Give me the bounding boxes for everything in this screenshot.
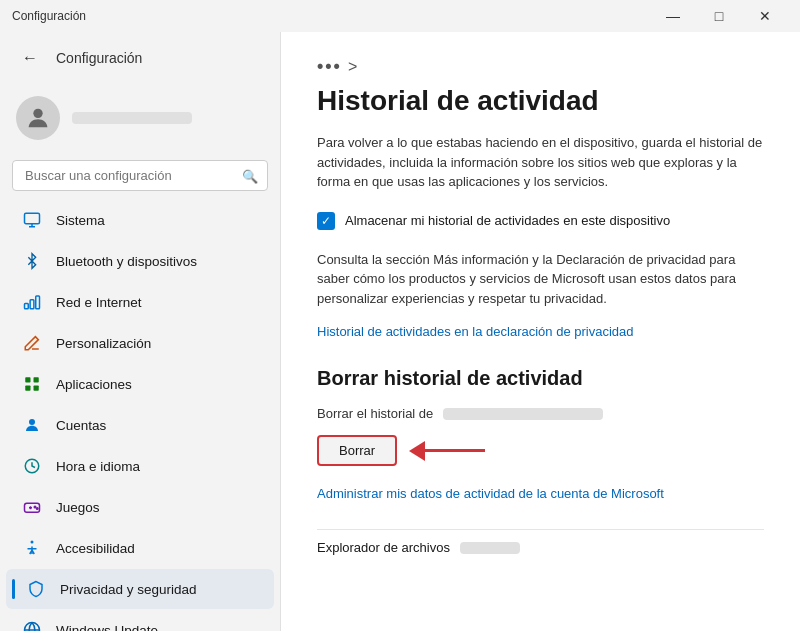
- explorer-bar-placeholder: [460, 542, 520, 554]
- personalizacion-icon: [22, 333, 42, 353]
- privacidad-icon: [26, 579, 46, 599]
- juegos-icon: [22, 497, 42, 517]
- description-text: Para volver a lo que estabas haciendo en…: [317, 133, 764, 192]
- sidebar-item-label: Red e Internet: [56, 295, 142, 310]
- main-container: ← Configuración 🔍 Sistema: [0, 32, 800, 631]
- user-section: [0, 84, 280, 152]
- search-icon: 🔍: [242, 168, 258, 183]
- svg-rect-4: [25, 304, 29, 309]
- manage-link[interactable]: Administrar mis datos de actividad de la…: [317, 486, 764, 501]
- clear-row: Borrar el historial de: [317, 406, 764, 421]
- svg-rect-9: [25, 386, 30, 391]
- sidebar-item-juegos[interactable]: Juegos: [6, 487, 274, 527]
- sidebar-item-label: Sistema: [56, 213, 105, 228]
- sidebar-nav: Sistema Bluetooth y dispositivos Red e I…: [0, 199, 280, 631]
- svg-rect-10: [34, 386, 39, 391]
- svg-point-17: [37, 508, 39, 510]
- titlebar-controls: — □ ✕: [650, 0, 788, 32]
- minimize-button[interactable]: —: [650, 0, 696, 32]
- accesibilidad-icon: [22, 538, 42, 558]
- sidebar-item-red[interactable]: Red e Internet: [6, 282, 274, 322]
- svg-rect-5: [30, 300, 34, 309]
- breadcrumb: ••• >: [317, 56, 764, 77]
- sidebar-item-label: Personalización: [56, 336, 151, 351]
- svg-rect-8: [34, 377, 39, 382]
- sidebar-header-title: Configuración: [56, 50, 142, 66]
- titlebar: Configuración — □ ✕: [0, 0, 800, 32]
- sistema-icon: [22, 210, 42, 230]
- sidebar-item-privacidad[interactable]: Privacidad y seguridad: [6, 569, 274, 609]
- sidebar-item-accesibilidad[interactable]: Accesibilidad: [6, 528, 274, 568]
- sidebar-item-label: Cuentas: [56, 418, 106, 433]
- sidebar-item-personalizacion[interactable]: Personalización: [6, 323, 274, 363]
- svg-rect-6: [36, 296, 40, 309]
- activity-checkbox[interactable]: ✓: [317, 212, 335, 230]
- content-area: ••• > Historial de actividad Para volver…: [280, 32, 800, 631]
- windows-update-icon: [22, 620, 42, 631]
- svg-rect-1: [25, 213, 40, 224]
- bluetooth-icon: [22, 251, 42, 271]
- checkbox-label: Almacenar mi historial de actividades en…: [345, 213, 670, 228]
- page-title: Historial de actividad: [317, 85, 764, 117]
- breadcrumb-separator: >: [348, 58, 357, 76]
- privacy-note: Consulta la sección Más información y la…: [317, 250, 764, 309]
- sidebar: ← Configuración 🔍 Sistema: [0, 32, 280, 631]
- explorer-label: Explorador de archivos: [317, 540, 450, 555]
- privacy-link[interactable]: Historial de actividades en la declaraci…: [317, 324, 764, 339]
- section-title: Borrar historial de actividad: [317, 367, 764, 390]
- sidebar-item-cuentas[interactable]: Cuentas: [6, 405, 274, 445]
- sidebar-item-sistema[interactable]: Sistema: [6, 200, 274, 240]
- breadcrumb-dots: •••: [317, 56, 342, 77]
- sidebar-header: ← Configuración: [0, 32, 280, 84]
- svg-point-16: [34, 506, 36, 508]
- sidebar-item-aplicaciones[interactable]: Aplicaciones: [6, 364, 274, 404]
- user-name-placeholder: [72, 112, 192, 124]
- svg-point-0: [33, 109, 42, 118]
- hora-icon: [22, 456, 42, 476]
- sidebar-item-hora[interactable]: Hora e idioma: [6, 446, 274, 486]
- borrar-container: Borrar: [317, 435, 764, 466]
- arrow-annotation: [409, 441, 485, 461]
- close-button[interactable]: ✕: [742, 0, 788, 32]
- sidebar-item-label: Accesibilidad: [56, 541, 135, 556]
- sidebar-item-label: Bluetooth y dispositivos: [56, 254, 197, 269]
- borrar-button[interactable]: Borrar: [317, 435, 397, 466]
- sidebar-item-label: Privacidad y seguridad: [60, 582, 197, 597]
- back-button[interactable]: ←: [16, 44, 44, 72]
- titlebar-title: Configuración: [12, 9, 650, 23]
- network-icon: [22, 292, 42, 312]
- sidebar-item-label: Aplicaciones: [56, 377, 132, 392]
- sidebar-item-label: Hora e idioma: [56, 459, 140, 474]
- sidebar-item-bluetooth[interactable]: Bluetooth y dispositivos: [6, 241, 274, 281]
- maximize-button[interactable]: □: [696, 0, 742, 32]
- checkbox-row: ✓ Almacenar mi historial de actividades …: [317, 212, 764, 230]
- clear-label: Borrar el historial de: [317, 406, 433, 421]
- search-box: 🔍: [12, 160, 268, 191]
- cuentas-icon: [22, 415, 42, 435]
- arrow-head-icon: [409, 441, 425, 461]
- svg-point-11: [29, 419, 35, 425]
- sidebar-item-label: Windows Update: [56, 623, 158, 632]
- explorer-row: Explorador de archivos: [317, 529, 764, 565]
- svg-rect-7: [25, 377, 30, 382]
- sidebar-item-label: Juegos: [56, 500, 100, 515]
- sidebar-item-windows-update[interactable]: Windows Update: [6, 610, 274, 631]
- arrow-shaft: [425, 449, 485, 452]
- apps-icon: [22, 374, 42, 394]
- svg-point-18: [31, 541, 34, 544]
- search-input[interactable]: [12, 160, 268, 191]
- avatar: [16, 96, 60, 140]
- clear-value-placeholder: [443, 408, 603, 420]
